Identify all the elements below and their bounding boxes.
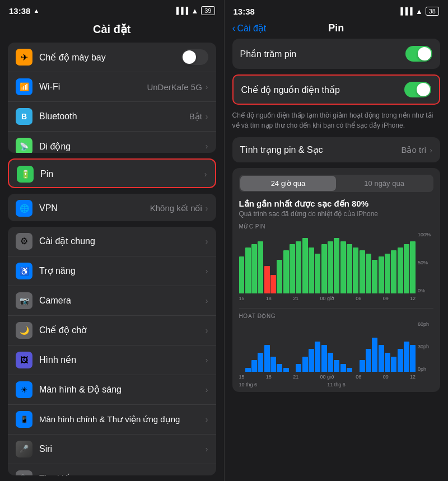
camera-item[interactable]: 📷 Camera › [8, 286, 216, 316]
chart-tab-10d[interactable]: 10 ngày qua [336, 176, 432, 191]
search-item[interactable]: 🔍 Tìm kiếm › [8, 464, 216, 475]
battery-item[interactable]: 🔋 Pin › [9, 160, 215, 188]
homescreen-item[interactable]: 📱 Màn hình chính & Thư viện ứng dụng › [8, 405, 216, 435]
focus-label: Chế độ chờ [39, 325, 206, 335]
right-status-icons: ▐▐▐ ▲ 38 [398, 7, 439, 16]
x-label-21: 21 [293, 296, 298, 301]
battery-pct-label: Phần trăm pin [240, 49, 406, 59]
cellular-item[interactable]: 📡 Di động › [8, 132, 216, 153]
accessibility-item[interactable]: ♿ Trợ năng › [8, 256, 216, 286]
battery-bars-container [239, 232, 416, 293]
camera-label: Camera [39, 296, 206, 306]
activity-bars-container [239, 321, 416, 372]
general-item[interactable]: ⚙ Cài đặt chung › [8, 227, 216, 256]
right-signal-icon: ▐▐▐ [398, 7, 413, 15]
battery-bar-12 [315, 254, 320, 294]
siri-item[interactable]: 🎤 Siri › [8, 435, 216, 464]
activity-bar-13 [321, 345, 327, 371]
right-status-bar: 13:38 ▐▐▐ ▲ 38 [225, 0, 449, 20]
siri-icon: 🎤 [16, 441, 32, 457]
muc-pin-label: MỨC PIN [239, 223, 434, 230]
wifi-label: Wi-Fi [39, 82, 147, 92]
activity-y-labels: 60ph 30ph 0ph [418, 321, 433, 372]
accessibility-chevron: › [206, 267, 208, 275]
battery-pct-toggle[interactable] [405, 46, 432, 62]
battery-bar-23 [385, 254, 390, 294]
wifi-item[interactable]: 📶 Wi-Fi UnDerKafe 5G › [8, 72, 216, 102]
nav-bar: ‹ Cài đặt Pin [225, 20, 449, 39]
activity-chart: 60ph 30ph 0ph [239, 321, 434, 372]
homescreen-icon: 📱 [16, 411, 32, 428]
homescreen-chevron: › [206, 415, 208, 424]
homescreen-label: Màn hình chính & Thư viện ứng dụng [39, 414, 206, 424]
general-label: Cài đặt chung [39, 236, 206, 246]
airplane-icon: ✈ [16, 49, 32, 66]
display-item[interactable]: ☀ Màn hình & Độ sáng › [8, 375, 216, 405]
x-label-06: 06 [356, 296, 361, 301]
x-label-18: 18 [266, 296, 272, 301]
battery-y-labels: 100% 50% 0% [418, 232, 433, 293]
siri-label: Siri [39, 444, 206, 454]
wifi-chevron: › [206, 82, 208, 91]
wallpaper-item[interactable]: 🖼 Hình nền › [8, 345, 216, 375]
battery-bar-6 [277, 260, 282, 294]
battery-bar-26 [404, 244, 409, 293]
battery-bar-18 [353, 247, 358, 294]
low-power-toggle[interactable] [404, 82, 431, 97]
activity-bar-2 [251, 360, 257, 371]
bluetooth-item[interactable]: B Bluetooth Bật › [8, 102, 216, 132]
battery-pct-item[interactable]: Phần trăm pin [232, 39, 441, 69]
activity-x-dates: 10 thg 6 11 thg 6 [239, 382, 434, 387]
vpn-value: Không kết nối [150, 203, 202, 213]
activity-bar-19 [360, 360, 365, 371]
activity-bar-4 [264, 345, 270, 371]
accessibility-label: Trợ năng [39, 265, 206, 276]
display-icon: ☀ [16, 381, 32, 398]
bluetooth-label: Bluetooth [39, 111, 189, 122]
airplane-toggle[interactable] [181, 49, 208, 65]
vpn-label: VPN [39, 203, 150, 213]
battery-bar-4 [264, 266, 270, 294]
left-status-icons: ▐▐▐ ▲ 39 [174, 6, 215, 15]
activity-bar-20 [366, 349, 371, 372]
battery-label: Pin [40, 169, 204, 179]
battery-bar-11 [309, 247, 314, 294]
battery-bar-3 [258, 241, 263, 294]
focus-item[interactable]: 🌙 Chế độ chờ › [8, 316, 216, 345]
x-label-12: 12 [410, 296, 416, 301]
activity-bar-12 [315, 342, 320, 372]
wallpaper-chevron: › [206, 356, 208, 365]
battery-bar-21 [372, 260, 377, 294]
battery-icon: 🔋 [17, 166, 34, 183]
y-label-100: 100% [418, 232, 433, 237]
left-status-bar: 13:38 ▲ ▐▐▐ ▲ 39 [0, 0, 224, 19]
battery-x-labels: 15 18 21 00 giờ 06 09 12 [239, 296, 434, 301]
bluetooth-value: Bật [189, 111, 202, 122]
airplane-mode-item[interactable]: ✈ Chế độ máy bay [8, 43, 216, 72]
right-panel: 13:38 ▐▐▐ ▲ 38 ‹ Cài đặt Pin Phần trăm p… [225, 0, 449, 481]
battery-bar-22 [379, 256, 384, 293]
low-power-highlighted: Chế độ nguồn điện thấp [232, 74, 441, 105]
wifi-icon: 📶 [16, 78, 32, 95]
battery-bar-16 [340, 241, 346, 294]
chart-tabs[interactable]: 24 giờ qua 10 ngày qua [239, 175, 434, 192]
settings-group-2: 🔋 Pin › [8, 158, 216, 188]
bluetooth-icon: B [16, 108, 32, 125]
focus-icon: 🌙 [16, 322, 32, 339]
display-chevron: › [206, 385, 208, 394]
camera-icon: 📷 [16, 292, 32, 309]
battery-toggles-group: Phần trăm pin [232, 39, 441, 69]
search-label: Tìm kiếm [39, 473, 206, 475]
low-power-item[interactable]: Chế độ nguồn điện thấp [234, 76, 440, 104]
health-value: Bảo trì [401, 145, 426, 155]
battery-bar-24 [391, 250, 396, 293]
settings-group-1: ✈ Chế độ máy bay 📶 Wi-Fi UnDerKafe 5G › … [8, 43, 216, 153]
battery-health-item[interactable]: Tình trạng pin & Sạc Bảo trì › [232, 137, 441, 162]
back-button[interactable]: ‹ Cài đặt [232, 22, 267, 34]
right-page-title: Pin [328, 22, 344, 34]
chart-tab-24h[interactable]: 24 giờ qua [240, 176, 337, 191]
battery-bar-17 [347, 244, 352, 293]
vpn-item[interactable]: 🌐 VPN Không kết nối › [8, 194, 216, 221]
siri-chevron: › [206, 445, 208, 454]
settings-group-4: ⚙ Cài đặt chung › ♿ Trợ năng › 📷 Camera … [8, 227, 216, 475]
